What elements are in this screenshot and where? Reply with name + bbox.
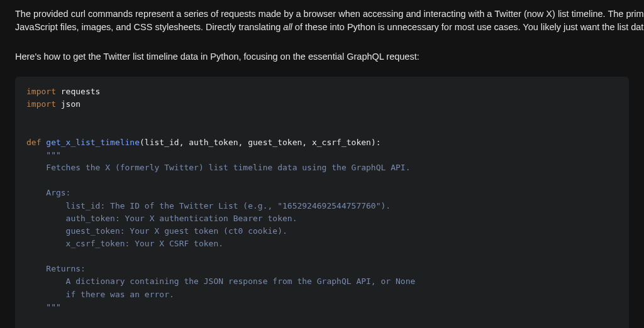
docstring-args: Args: bbox=[26, 188, 70, 197]
kw-import: import bbox=[26, 87, 56, 96]
docstring-ret2: if there was an error. bbox=[26, 290, 174, 299]
docstring-arg4: x_csrf_token: Your X CSRF token. bbox=[26, 239, 223, 248]
sub-paragraph: Here's how to get the Twitter list timel… bbox=[15, 50, 629, 63]
response-container: The provided curl commands represent a s… bbox=[0, 0, 644, 328]
docstring-arg3: guest_token: Your X guest token (ct0 coo… bbox=[26, 226, 287, 236]
intro-em: all bbox=[283, 22, 292, 32]
kw-import: import bbox=[26, 99, 56, 109]
code-block[interactable]: import requests import json def get_x_li… bbox=[15, 77, 629, 328]
fn-params: (list_id, auth_token, guest_token, x_csr… bbox=[140, 138, 381, 147]
intro-line1: The provided curl commands represent a s… bbox=[15, 9, 644, 19]
docstring-close: """ bbox=[26, 302, 61, 312]
docstring-arg2: auth_token: Your X authentication Bearer… bbox=[26, 214, 297, 223]
docstring-line: Fetches the X (formerly Twitter) list ti… bbox=[26, 163, 410, 172]
sub-text: Here's how to get the Twitter list timel… bbox=[15, 52, 419, 62]
kw-def: def bbox=[26, 138, 41, 147]
docstring-arg1: list_id: The ID of the Twitter List (e.g… bbox=[26, 201, 391, 210]
mod-json: json bbox=[56, 99, 80, 109]
docstring-returns: Returns: bbox=[26, 264, 86, 273]
docstring-open: """ bbox=[26, 150, 61, 160]
docstring-ret1: A dictionary containing the JSON respons… bbox=[26, 276, 415, 286]
fn-name: get_x_list_timeline bbox=[41, 138, 140, 147]
intro-paragraph: The provided curl commands represent a s… bbox=[15, 8, 629, 34]
mod-requests: requests bbox=[56, 87, 100, 96]
intro-line2a: JavaScript files, images, and CSS styles… bbox=[15, 22, 283, 32]
intro-line2b: of these into Python is unnecessary for … bbox=[292, 22, 644, 32]
